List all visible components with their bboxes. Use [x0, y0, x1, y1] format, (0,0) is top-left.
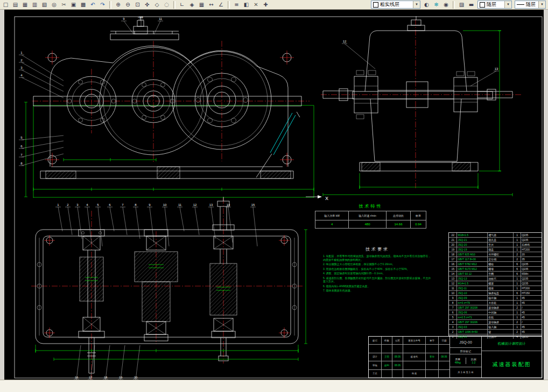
cut-icon[interactable]: ✂ [59, 1, 68, 9]
parts-row: 16GB/T 5782 M12螺栓6Q235 [449, 261, 542, 266]
parts-cell-mat: Q235 [521, 262, 542, 266]
parts-cell-no: 19 [449, 247, 457, 252]
lock-icon[interactable]: ◉ [441, 1, 451, 9]
undo-icon[interactable]: ↶ [88, 1, 97, 9]
move-icon[interactable]: ✚ [261, 1, 270, 9]
parts-cell-name: 定位销 [488, 257, 514, 261]
tech-req-item: 5. 减速器剖分面、各接触面及密封处均不允许漏油，剖分面允许涂密封胶或水玻璃，不… [323, 276, 432, 283]
parts-row: 18GB/T 825 M10吊环螺钉220 [449, 252, 542, 256]
parts-cell-no: 18 [449, 252, 457, 256]
parts-cell-qty: 1 [514, 243, 521, 247]
tech-char-header: 输入转速 r/min [349, 211, 387, 220]
linetype-combo[interactable]: 随层 ▼ [515, 1, 546, 9]
zoom-extents-icon[interactable]: ◇ [152, 1, 161, 9]
top-view [31, 197, 307, 380]
parts-cell-no: 21 [449, 238, 457, 242]
find-icon[interactable]: ◎ [50, 1, 59, 9]
color-combo-value: 随层 [487, 1, 503, 8]
tech-req-item: 3. 用涂色法检验齿面接触斑点，按齿高不小于40%，按齿长不小于50%。 [323, 267, 432, 271]
balloon-label: 12 [343, 40, 347, 43]
chevron-down-icon[interactable]: ▼ [538, 1, 545, 8]
balloon-label: 9 [123, 17, 125, 20]
pan-icon[interactable]: ✜ [143, 1, 152, 9]
parts-cell-name: 滚动轴承 [488, 320, 514, 324]
parts-cell-name: 油标尺 [488, 276, 514, 281]
open-icon[interactable]: ▤ [11, 1, 20, 9]
title-block-signature-area: 标记 处数 分区 更改文件号 签字 日期 设计 王明 [369, 337, 449, 377]
drawing-title: 减速器装配图 [482, 351, 542, 377]
zoom-out-icon[interactable]: ⊖ [123, 1, 132, 9]
balloon-label: 11 [178, 203, 182, 206]
regen-icon[interactable]: ◌ [162, 1, 171, 9]
parts-cell-mat: HT200 [521, 286, 542, 290]
new-icon[interactable]: □ [1, 1, 10, 9]
parts-cell-mat: Q235 [521, 267, 542, 271]
parts-cell-name: 螺母 [488, 267, 514, 271]
parts-cell-code: JSQ-06 [457, 310, 488, 315]
balloon-labels-front-left: 12345678 [19, 51, 64, 166]
zoom-window-icon[interactable]: ⊡ [133, 1, 142, 9]
paste-icon[interactable]: ▩ [79, 1, 88, 9]
parts-cell-code: GB/T 1096 8×50 [457, 330, 488, 334]
parts-row: 10JSQ-10轴承端盖6HT150 [449, 290, 542, 295]
current-color-swatch [480, 2, 485, 8]
parts-row: 15GB/T 6170 M12螺母6Q235 [449, 266, 542, 271]
print-icon[interactable]: ▥ [30, 1, 39, 9]
unit-name: 机械设计课程设计 [482, 337, 542, 351]
parts-cell-code: JSQ-11 [457, 286, 488, 290]
parts-row: 19JSQ-19箱盖1HT200 [449, 247, 542, 252]
dim-angular-icon[interactable]: ∠ [216, 1, 226, 9]
drawing-sheet[interactable]: X [4, 10, 544, 380]
balloon-label: 6 [20, 145, 23, 148]
parts-row: 4GB/T 297 30206滚动轴承2/ [449, 319, 542, 324]
chevron-down-icon[interactable]: ▼ [504, 1, 511, 8]
balloon-label: 20 [134, 376, 138, 379]
grid-icon[interactable]: ▦ [197, 1, 206, 9]
parts-row: 20JSQ-20垫片1石棉纸 [449, 242, 542, 247]
parts-cell-no: 4 [449, 320, 457, 324]
chevron-down-icon[interactable]: ▼ [413, 1, 420, 8]
linetype-load-icon[interactable]: ▬ [467, 1, 476, 9]
properties-icon[interactable]: ≡ [232, 1, 241, 9]
osnap-icon[interactable]: ◈ [187, 1, 196, 9]
parts-cell-mat: / [521, 320, 542, 324]
parts-cell-qty: 2 [514, 257, 521, 261]
match-props-icon[interactable]: ◧ [242, 1, 251, 9]
ortho-icon[interactable]: ∟ [178, 1, 187, 9]
erase-icon[interactable]: ✕ [251, 1, 261, 9]
parts-cell-qty: 1 [514, 247, 521, 252]
color-control-icon[interactable]: ▨ [457, 1, 466, 9]
tech-characteristics-title: 技术特性 [315, 203, 426, 209]
parts-cell-mat: 45 [521, 310, 542, 315]
copy-icon[interactable]: ▣ [69, 1, 78, 9]
parts-cell-name: 垫圈 [488, 272, 514, 276]
balloon-label: 10 [163, 203, 167, 206]
color-combo[interactable]: 随层 ▼ [477, 1, 512, 9]
zoom-in-icon[interactable]: ⊕ [114, 1, 123, 9]
parts-cell-name: 滚动轴承 [488, 305, 514, 310]
parts-cell-no: 2 [449, 330, 457, 334]
layer-combo-value: 粗实线层 [380, 1, 412, 8]
parts-cell-no: 7 [449, 305, 457, 310]
balloon-label: 18 [104, 376, 108, 379]
parts-cell-name: 吊环螺钉 [488, 252, 514, 256]
freeze-icon[interactable]: ❄ [432, 1, 441, 9]
dim-linear-icon[interactable]: ↔ [207, 1, 216, 9]
parts-row: 11JSQ-11箱座1HT200 [449, 286, 542, 290]
save-icon[interactable]: ▦ [20, 1, 30, 9]
technical-requirements: 技术要求 1. 装配前，所有零件均用煤油清洗，滚动轴承用汽油清洗，箱体内不允许有… [323, 246, 432, 294]
parts-cell-code: JSQ-03 [457, 325, 488, 329]
layer-combo[interactable]: 粗实线层 ▼ [371, 1, 420, 9]
tech-characteristics-table: 输入功率 kW输入转速 r/min总传动比效率448014.660.94 [315, 211, 426, 229]
tech-req-item: 2. 啮合侧隙之大小用铅丝来检验，保证侧隙不小于0.16mm。 [323, 262, 432, 266]
print-preview-icon[interactable]: ▧ [40, 1, 49, 9]
parts-cell-no: 17 [449, 257, 457, 261]
parts-cell-no: 20 [449, 243, 457, 247]
layer-control-icon[interactable]: ◐ [422, 1, 431, 9]
tech-req-item: 1. 装配前，所有零件均用煤油清洗，滚动轴承用汽油清洗，箱体内不允许有任何杂物存… [323, 254, 432, 261]
front-view: X [24, 17, 328, 201]
parts-cell-code: GB/T 297 30206 [457, 320, 488, 324]
parts-cell-code: m=2.5 z=71 [457, 315, 488, 319]
redo-icon[interactable]: ↷ [98, 1, 107, 9]
parts-cell-code: m=3 z=79 [457, 301, 488, 305]
